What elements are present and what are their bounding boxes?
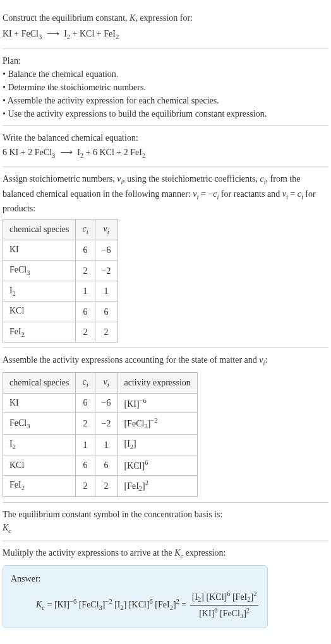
plan-bullet-2: • Determine the stoichiometric numbers.: [3, 81, 328, 94]
header-activity: activity expression: [117, 373, 197, 394]
plan-bullet-4: • Use the activity expressions to build …: [3, 107, 328, 120]
stoich-section: Assign stoichiometric numbers, νi, using…: [3, 167, 328, 348]
bal-rhs2-sub: 2: [142, 151, 145, 158]
bal-rhs2: + 6 KCl + 2 FeI: [83, 148, 142, 157]
multiply-section: Mulitply the activity expressions to arr…: [3, 541, 328, 633]
plan-bullet-1: • Balance the chemical equation.: [3, 67, 328, 81]
plan-section: Plan: • Balance the chemical equation. •…: [3, 49, 328, 126]
header-ci: ci: [76, 220, 95, 240]
kc-symbol: Kc: [3, 521, 328, 536]
table-header-row: chemical species ci νi: [3, 220, 118, 240]
intro-k: K: [129, 13, 135, 23]
table-row: KI6−6: [3, 240, 118, 261]
fraction: [I2] [KCl]6 [FeI2]2[KI]6 [FeCl3]2: [190, 589, 259, 621]
table-header-row: chemical species ci νi activity expressi…: [3, 373, 198, 394]
header-nui: νi: [95, 220, 117, 240]
answer-box: Answer: Kc = [KI]−6 [FeCl3]−2 [I2] [KCl]…: [3, 565, 268, 628]
bal-lhs: 6 KI + 2 FeCl: [3, 148, 52, 157]
header-ci: ci: [76, 373, 95, 394]
arrow-icon: ⟶: [57, 148, 75, 157]
stoich-text: Assign stoichiometric numbers, νi, using…: [3, 172, 328, 215]
table-row: KCl66[KCl]6: [3, 455, 198, 475]
balanced-title: Write the balanced chemical equation:: [3, 131, 328, 144]
eq-rhs2-sub: 2: [116, 33, 119, 40]
kc-symbol-section: The equilibrium constant symbol in the c…: [3, 503, 328, 542]
header-species: chemical species: [3, 220, 76, 240]
balanced-section: Write the balanced chemical equation: 6 …: [3, 126, 328, 168]
activity-table: chemical species ci νi activity expressi…: [3, 372, 198, 497]
eq-lhs-sub: 3: [39, 33, 42, 40]
balanced-equation: 6 KI + 2 FeCl3 ⟶ I2 + 6 KCl + 2 FeI2: [3, 144, 328, 162]
table-row: FeCl32−2: [3, 261, 118, 281]
plan-bullet-3: • Assemble the activity expression for e…: [3, 94, 328, 107]
table-row: I211[I2]: [3, 435, 198, 455]
header-nui: νi: [95, 373, 117, 394]
fraction-denominator: [KI]6 [FeCl3]2: [190, 605, 259, 621]
intro-text-a: Construct the equilibrium constant,: [3, 13, 129, 23]
intro-section: Construct the equilibrium constant, K, e…: [3, 5, 328, 49]
plan-title: Plan:: [3, 54, 328, 67]
multiply-text: Mulitply the activity expressions to arr…: [3, 546, 328, 561]
table-row: KCl66: [3, 302, 118, 322]
header-species: chemical species: [3, 373, 76, 394]
bal-lhs-sub: 3: [52, 151, 55, 158]
answer-label: Answer:: [11, 572, 260, 585]
table-row: FeCl32−2[FeCl3]−2: [3, 413, 198, 435]
table-row: KI6−6[KI]−6: [3, 393, 198, 413]
eq-rhs2: + KCl + FeI: [70, 29, 116, 38]
arrow-icon: ⟶: [44, 29, 62, 38]
table-row: I211: [3, 281, 118, 302]
intro-text-b: , expression for:: [135, 13, 193, 23]
eq-lhs: KI + FeCl: [3, 29, 39, 38]
stoich-table: chemical species ci νi KI6−6 FeCl32−2 I2…: [3, 219, 118, 342]
activity-section: Assemble the activity expressions accoun…: [3, 348, 328, 502]
table-row: FeI222: [3, 322, 118, 342]
activity-text: Assemble the activity expressions accoun…: [3, 353, 328, 368]
fraction-numerator: [I2] [KCl]6 [FeI2]2: [190, 589, 259, 605]
answer-equation: Kc = [KI]−6 [FeCl3]−2 [I2] [KCl]6 [FeI2]…: [11, 589, 260, 621]
kc-symbol-text: The equilibrium constant symbol in the c…: [3, 508, 328, 521]
intro-equation: KI + FeCl3 ⟶ I2 + KCl + FeI2: [3, 26, 328, 44]
intro-text: Construct the equilibrium constant, K, e…: [3, 10, 328, 26]
table-row: FeI222[FeI2]2: [3, 475, 198, 496]
